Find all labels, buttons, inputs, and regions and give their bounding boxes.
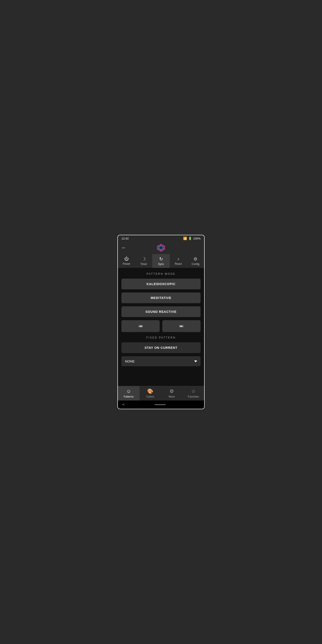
top-tab-nav: ⏻ Power ☽ Timer ↻ Sync ♪ React ⚙ Config <box>118 254 204 268</box>
bottom-tab-more-label: More <box>169 395 175 398</box>
tab-power[interactable]: ⏻ Power <box>118 254 135 268</box>
favorites-icon: ☆ <box>191 388 196 394</box>
config-icon: ⚙ <box>194 256 198 262</box>
svg-marker-2 <box>159 246 163 250</box>
tab-power-label: Power <box>123 262 130 266</box>
timer-icon: ☽ <box>142 256 146 262</box>
phone-frame: 12:42 📶 🔋 100% ← ⏻ Power ☽ Ti <box>118 235 204 409</box>
tab-config-label: Config <box>192 262 200 266</box>
tab-sync[interactable]: ↻ Sync <box>152 254 170 268</box>
nav-bar: < <box>118 400 204 409</box>
status-bar: 12:42 📶 🔋 100% <box>118 235 204 242</box>
stay-on-current-button[interactable]: STAY ON CURRENT <box>122 342 200 353</box>
pattern-mode-label: PATTERN MODE <box>122 272 200 276</box>
content-spacer <box>122 370 200 382</box>
tab-react[interactable]: ♪ React <box>170 254 187 268</box>
tab-sync-label: Sync <box>158 262 164 266</box>
tab-timer-label: Timer <box>140 262 147 266</box>
status-time: 12:42 <box>122 237 129 240</box>
next-icon: ⏭ <box>180 324 184 328</box>
sound-reactive-button[interactable]: SOUND REACTIVE <box>122 306 200 317</box>
app-logo <box>157 244 165 252</box>
nav-home-indicator[interactable] <box>154 404 166 405</box>
bottom-tab-patterns-label: Patterns <box>124 395 134 398</box>
battery-icon: 🔋 <box>188 237 192 240</box>
back-button[interactable]: ← <box>122 245 126 251</box>
bottom-tab-bar: ☺ Patterns 🎨 Colors ⚙ More ☆ Favorites <box>118 386 204 400</box>
meditative-button[interactable]: MEDITATIVE <box>122 292 200 303</box>
patterns-icon: ☺ <box>126 388 131 394</box>
prev-pattern-button[interactable]: ⏮ <box>122 320 160 332</box>
fixed-pattern-label: FIXED PATTERN <box>122 336 200 339</box>
bottom-tab-colors[interactable]: 🎨 Colors <box>140 386 161 400</box>
bottom-tab-favorites-label: Favorites <box>188 395 199 398</box>
power-icon: ⏻ <box>124 256 129 262</box>
wifi-icon: 📶 <box>183 236 187 240</box>
bottom-tab-colors-label: Colors <box>146 395 154 398</box>
tab-react-label: React <box>175 262 182 266</box>
colors-icon: 🎨 <box>147 388 153 394</box>
tab-config[interactable]: ⚙ Config <box>187 254 204 268</box>
battery-percent: 100% <box>193 237 200 240</box>
app-header: ← <box>118 242 204 254</box>
pattern-dropdown[interactable]: NONE PATTERN 1 PATTERN 2 PATTERN 3 <box>122 356 200 366</box>
nav-back-button[interactable]: < <box>122 402 125 407</box>
pattern-nav-row: ⏮ ⏭ <box>122 320 200 332</box>
next-pattern-button[interactable]: ⏭ <box>162 320 200 332</box>
react-icon: ♪ <box>177 256 179 262</box>
kaleidoscopic-button[interactable]: KALEIDOSCOPIC <box>122 278 200 289</box>
more-icon: ⚙ <box>170 388 174 394</box>
bottom-tab-more[interactable]: ⚙ More <box>161 386 183 400</box>
bottom-tab-favorites[interactable]: ☆ Favorites <box>183 386 204 400</box>
tab-timer[interactable]: ☽ Timer <box>135 254 152 268</box>
sync-icon: ↻ <box>159 256 163 262</box>
status-bar-right: 📶 🔋 100% <box>183 236 200 240</box>
prev-icon: ⏮ <box>139 324 143 328</box>
main-content: PATTERN MODE KALEIDOSCOPIC MEDITATIVE SO… <box>118 268 204 386</box>
bottom-tab-patterns[interactable]: ☺ Patterns <box>118 386 140 400</box>
